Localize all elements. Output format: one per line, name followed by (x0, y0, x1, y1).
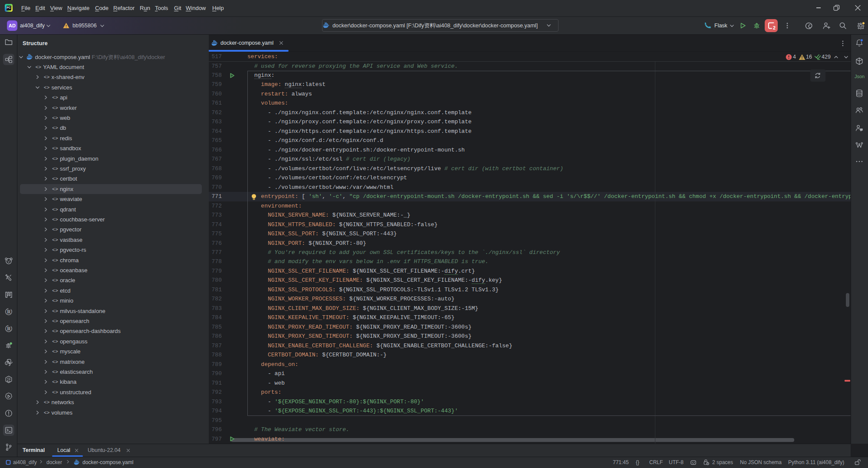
svg-text:2: 2 (773, 25, 776, 30)
svg-text:R: R (7, 326, 11, 331)
svg-text:R: R (7, 309, 11, 314)
